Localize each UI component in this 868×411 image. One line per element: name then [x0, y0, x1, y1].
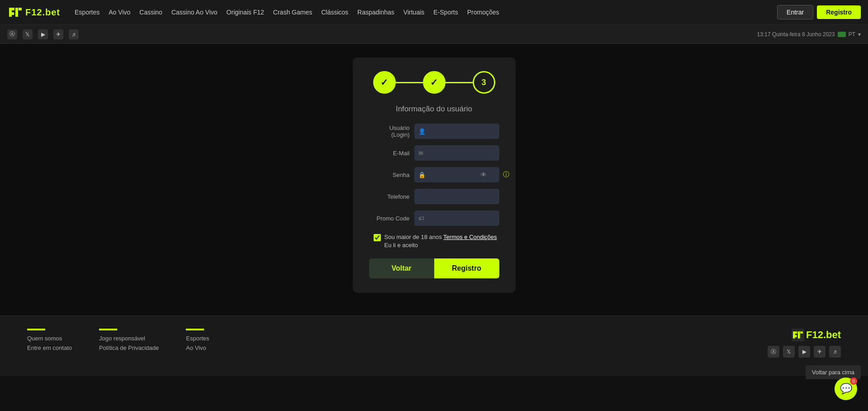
password-label: Senha	[369, 172, 410, 178]
chat-badge: 0	[850, 378, 857, 385]
email-icon: ✉	[418, 150, 423, 157]
checkbox-text2: Eu li e aceito	[384, 242, 418, 249]
password-info-icon[interactable]: ⓘ	[503, 171, 509, 179]
instagram-icon[interactable]: Ⓐ	[7, 29, 17, 39]
footer-link-quem-somos[interactable]: Quem somos	[27, 335, 72, 342]
phone-row: Telefone	[369, 189, 499, 204]
username-input[interactable]	[414, 124, 499, 139]
svg-rect-2	[15, 8, 18, 17]
tiktok-icon[interactable]: ♬	[69, 29, 79, 39]
nav-promocoes[interactable]: Promoções	[467, 9, 499, 16]
checkbox-label: Sou maior de 18 anos Termos e Condições …	[384, 233, 497, 249]
registro-button[interactable]: Registro	[434, 258, 499, 278]
footer-col-1: Quem somos Entre em contato	[27, 329, 72, 358]
svg-marker-7	[800, 331, 802, 334]
nav-originais-f12[interactable]: Originais F12	[227, 9, 264, 16]
header-auth: Entrar Registro	[777, 5, 861, 19]
email-row: E-Mail ✉	[369, 145, 499, 161]
promo-input-wrap: 🏷	[414, 210, 499, 226]
footer-link-privacidade[interactable]: Política de Privacidade	[99, 344, 159, 351]
footer-link-contato[interactable]: Entre em contato	[27, 344, 72, 351]
nav-raspadinhas[interactable]: Raspadinhas	[357, 9, 394, 16]
svg-marker-3	[19, 8, 22, 10]
footer-link-esportes[interactable]: Esportes	[186, 335, 209, 342]
telegram-icon[interactable]: ✈	[53, 29, 63, 39]
checkbox-text1: Sou maior de 18 anos	[384, 234, 444, 240]
phone-input-wrap	[414, 189, 499, 204]
nav-cassino[interactable]: Cassino	[139, 9, 162, 16]
footer-logo-area: F12.bet Ⓐ 𝕏 ▶ ✈ ♬	[768, 329, 841, 358]
nav: Esportes Ao Vivo Cassino Cassino Ao Vivo…	[75, 9, 766, 16]
step-2-checkmark: ✓	[430, 77, 438, 88]
voltar-button[interactable]: Voltar	[369, 258, 434, 278]
svg-rect-6	[798, 331, 800, 339]
footer-link-jogo-responsavel[interactable]: Jogo responsável	[99, 335, 159, 342]
nav-esportes[interactable]: Esportes	[75, 9, 100, 16]
footer-link-ao-vivo[interactable]: Ao Vivo	[186, 344, 209, 351]
username-input-wrap: 👤	[414, 124, 499, 139]
email-input-wrap: ✉	[414, 145, 499, 161]
logo-text: F12.bet	[25, 7, 60, 18]
step-1-checkmark: ✓	[380, 77, 388, 88]
nav-ao-vivo[interactable]: Ao Vivo	[109, 9, 130, 16]
form-title: Informação do usuário	[369, 105, 499, 114]
step-3-label: 3	[481, 78, 486, 87]
phone-input[interactable]	[414, 189, 499, 204]
chat-button[interactable]: 💬 0	[835, 378, 857, 400]
footer-logo-text: F12.bet	[806, 329, 841, 341]
lang-label: PT	[849, 31, 855, 38]
step-line-1	[396, 82, 423, 83]
header: F12.bet Esportes Ao Vivo Cassino Cassino…	[0, 0, 868, 25]
footer: Quem somos Entre em contato Jogo respons…	[0, 315, 868, 376]
promo-label: Promo Code	[369, 215, 410, 222]
header-registro-button[interactable]: Registro	[817, 5, 861, 19]
entrar-button[interactable]: Entrar	[777, 5, 813, 19]
step-2: ✓	[423, 71, 446, 94]
social-bar: Ⓐ 𝕏 ▶ ✈ ♬ 13:17 Quinta-feira 8 Junho 202…	[0, 25, 868, 44]
footer-divider-1	[27, 329, 45, 330]
promo-row: Promo Code 🏷	[369, 210, 499, 226]
password-input-wrap: 🔒 👁 ⓘ	[414, 167, 499, 182]
nav-e-sports[interactable]: E-Sports	[433, 9, 458, 16]
footer-instagram-icon[interactable]: Ⓐ	[768, 346, 779, 358]
footer-columns: Quem somos Entre em contato Jogo respons…	[27, 329, 841, 358]
nav-virtuais[interactable]: Virtuais	[403, 9, 424, 16]
user-icon: 👤	[418, 128, 426, 135]
twitter-icon[interactable]: 𝕏	[23, 29, 33, 39]
email-label: E-Mail	[369, 150, 410, 157]
footer-youtube-icon[interactable]: ▶	[798, 346, 810, 358]
footer-col-3: Esportes Ao Vivo	[186, 329, 209, 358]
terms-checkbox[interactable]	[374, 234, 381, 241]
nav-classicos[interactable]: Clássicos	[321, 9, 348, 16]
registration-card: ✓ ✓ 3 Informação do usuário Usuário (Log…	[353, 57, 516, 293]
lock-icon: 🔒	[418, 172, 426, 178]
form-buttons: Voltar Registro	[369, 258, 499, 278]
footer-divider-3	[186, 329, 204, 330]
terms-link[interactable]: Termos e Condições	[443, 234, 497, 240]
promo-input[interactable]	[414, 210, 499, 226]
email-input[interactable]	[414, 145, 499, 161]
step-3: 3	[473, 71, 495, 94]
step-line-2	[446, 82, 473, 83]
lang-flag	[838, 32, 846, 37]
footer-logo: F12.bet	[792, 329, 841, 341]
nav-cassino-ao-vivo[interactable]: Cassino Ao Vivo	[171, 9, 218, 16]
footer-socials: Ⓐ 𝕏 ▶ ✈ ♬	[768, 346, 841, 358]
datetime-lang: 13:17 Quinta-feira 8 Junho 2023 PT ▾	[757, 31, 861, 38]
logo[interactable]: F12.bet	[7, 4, 60, 20]
chat-container: 💬 0	[840, 383, 863, 406]
phone-label: Telefone	[369, 193, 410, 200]
username-row: Usuário (Login) 👤	[369, 124, 499, 139]
nav-crash-games[interactable]: Crash Games	[273, 9, 312, 16]
step-indicator: ✓ ✓ 3	[369, 71, 499, 94]
footer-telegram-icon[interactable]: ✈	[814, 346, 825, 358]
username-label: Usuário (Login)	[369, 124, 410, 138]
footer-tiktok-icon[interactable]: ♬	[829, 346, 841, 358]
password-toggle-icon[interactable]: 👁	[480, 171, 487, 178]
youtube-icon[interactable]: ▶	[38, 29, 48, 39]
footer-twitter-icon[interactable]: 𝕏	[783, 346, 795, 358]
chat-icon: 💬	[840, 383, 852, 395]
lang-chevron[interactable]: ▾	[858, 31, 861, 38]
password-row: Senha 🔒 👁 ⓘ	[369, 167, 499, 182]
terms-checkbox-row: Sou maior de 18 anos Termos e Condições …	[369, 233, 499, 249]
